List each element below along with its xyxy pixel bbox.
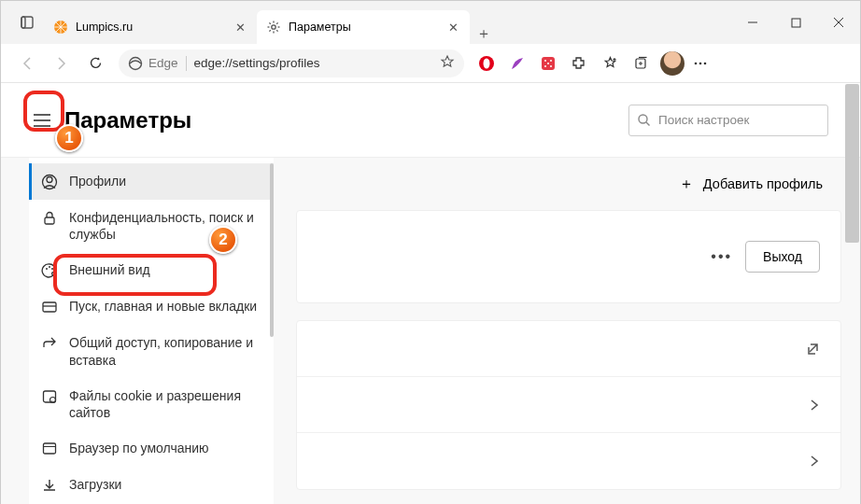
svg-point-18 [484,58,490,68]
sidebar-item-appearance[interactable]: Внешний вид [29,252,274,288]
sidebar-label: Общий доступ, копирование и вставка [69,334,262,368]
svg-point-33 [704,62,707,64]
cookie-icon [41,388,58,405]
lumpics-favicon [53,20,68,35]
reload-button[interactable] [79,49,111,78]
sidebar-item-share[interactable]: Общий доступ, копирование и вставка [29,325,274,377]
profile-avatar[interactable] [660,51,685,76]
svg-point-3 [272,25,275,29]
svg-rect-45 [43,302,56,312]
svg-point-43 [49,266,50,268]
collections-button[interactable] [626,49,656,78]
svg-point-20 [544,60,546,62]
page-header: Параметры Поиск настроек [1,83,860,158]
option-row[interactable] [297,433,840,489]
settings-sidebar: Профили Конфиденциальность, поиск и служ… [29,158,274,504]
svg-rect-13 [792,19,800,27]
download-icon [41,477,58,494]
tabs-icon [41,299,58,315]
svg-rect-1 [21,17,25,28]
svg-point-32 [699,62,702,64]
ext-feather-icon[interactable] [502,49,532,78]
svg-rect-0 [21,17,33,28]
page-scrollbar[interactable] [845,84,859,243]
svg-point-39 [47,177,52,183]
browser-icon [41,441,58,457]
sidebar-item-default-browser[interactable]: Браузер по умолчанию [29,430,274,467]
menu-button[interactable] [685,49,715,78]
sidebar-item-cookies[interactable]: Файлы cookie и разрешения сайтов [29,378,274,430]
sidebar-label: Конфиденциальность, поиск и службы [69,209,262,243]
sidebar-item-profiles[interactable]: Профили [29,163,274,200]
profile-icon [41,174,58,190]
more-icon[interactable]: ••• [711,248,732,265]
favorite-icon[interactable] [440,54,455,72]
ext-red-icon[interactable] [533,49,563,78]
edge-icon [128,56,143,71]
external-icon [806,342,820,356]
minimize-button[interactable] [731,1,774,44]
sidebar-label: Браузер по умолчанию [69,440,209,456]
option-sync[interactable] [297,321,840,377]
svg-point-42 [46,268,48,270]
close-icon[interactable]: ✕ [445,20,460,35]
search-input[interactable]: Поиск настроек [628,105,828,136]
tabstrip: Lumpics.ru ✕ Параметры ✕ ＋ [36,1,731,44]
share-icon [41,335,58,352]
close-icon[interactable]: ✕ [233,20,247,35]
toolbar: Edge edge://settings/profiles [1,44,860,83]
sidebar-label: Загрузки [69,476,121,493]
svg-line-11 [269,30,270,31]
window-controls [731,1,860,44]
back-button[interactable] [12,49,44,78]
separator [186,56,187,71]
ext-opera-icon[interactable] [472,49,501,78]
svg-line-9 [276,30,277,31]
address-brand: Edge [148,56,178,70]
add-profile-label: Добавить профиль [703,176,823,191]
svg-rect-41 [45,217,54,224]
sidebar-label: Файлы cookie и разрешения сайтов [69,387,262,421]
sign-out-button[interactable]: Выход [745,241,820,273]
add-profile-button[interactable]: ＋ Добавить профиль [296,158,841,210]
chevron-right-icon [809,399,820,411]
profile-card: ••• Выход [296,210,841,303]
titlebar: Lumpics.ru ✕ Параметры ✕ ＋ [1,1,860,44]
svg-point-16 [130,57,142,69]
page-title: Параметры [64,107,191,133]
favorites-button[interactable] [595,49,625,78]
window-menu-button[interactable] [18,1,36,44]
svg-point-21 [550,60,552,62]
main-column: ＋ Добавить профиль ••• Выход [296,158,841,504]
extensions-button[interactable] [564,49,594,78]
sidebar-label: Внешний вид [69,261,150,278]
maximize-button[interactable] [774,1,817,44]
search-placeholder: Поиск настроек [658,113,750,127]
new-tab-button[interactable]: ＋ [470,24,498,44]
sidebar-scrollbar[interactable] [270,163,274,337]
svg-point-23 [550,65,552,67]
close-button[interactable] [817,1,860,44]
extensions-area [472,49,715,78]
sidebar-item-privacy[interactable]: Конфиденциальность, поиск и службы [29,200,274,252]
plus-icon: ＋ [679,175,694,194]
option-row[interactable] [297,377,840,433]
svg-point-44 [51,268,53,270]
forward-button[interactable] [46,49,78,78]
address-bar[interactable]: Edge edge://settings/profiles [119,49,464,77]
profile-options-card [296,320,841,490]
tab-lumpics[interactable]: Lumpics.ru ✕ [44,10,257,44]
hamburger-button[interactable] [25,104,59,137]
tab-settings[interactable]: Параметры ✕ [257,10,470,44]
palette-icon [41,262,58,279]
sidebar-item-downloads[interactable]: Загрузки [29,467,274,503]
chevron-right-icon [809,455,820,467]
svg-point-37 [639,115,647,123]
tab-label: Параметры [289,21,445,34]
svg-line-49 [51,400,52,401]
sidebar-label: Пуск, главная и новые вкладки [69,298,257,315]
svg-line-38 [646,122,650,126]
svg-line-10 [276,22,277,23]
sidebar-item-start[interactable]: Пуск, главная и новые вкладки [29,288,274,325]
svg-point-31 [695,62,698,64]
